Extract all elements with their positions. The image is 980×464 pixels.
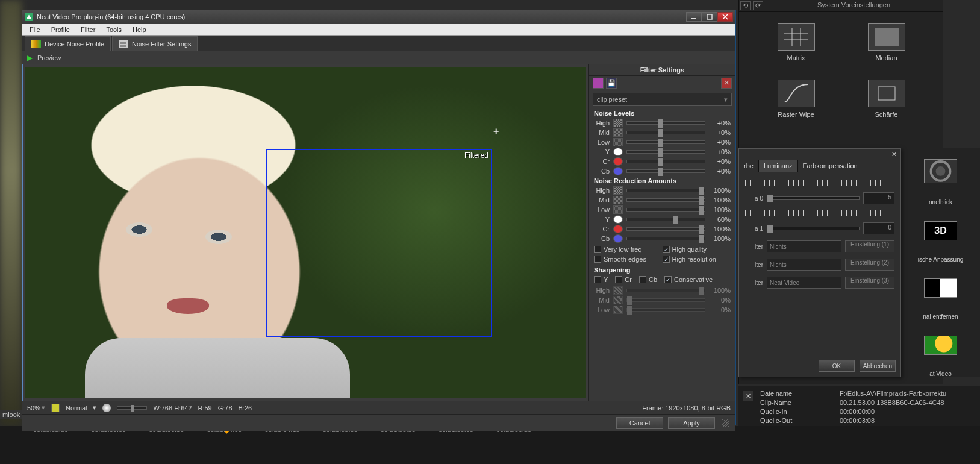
filter-label: lter bbox=[745, 243, 763, 250]
slider[interactable] bbox=[626, 160, 705, 163]
effect-thumb bbox=[868, 23, 905, 51]
slider-value: 100% bbox=[709, 187, 731, 194]
view-mode[interactable]: Normal bbox=[66, 404, 87, 412]
sharpen-cb-checkbox[interactable]: Cb bbox=[639, 276, 657, 283]
mode-swatch[interactable] bbox=[51, 404, 60, 412]
slider[interactable] bbox=[626, 169, 705, 173]
menu-profile[interactable]: Profile bbox=[46, 25, 75, 34]
gamma1-slider[interactable] bbox=[767, 227, 860, 230]
filter-combo[interactable]: Nichts bbox=[767, 240, 841, 252]
preview-button[interactable]: Preview bbox=[37, 54, 61, 61]
gamma0-slider[interactable] bbox=[767, 196, 860, 200]
preview-viewport[interactable]: Filtered + bbox=[25, 67, 586, 398]
filter-settings-button[interactable]: Einstellung (1) bbox=[845, 240, 894, 252]
effect-thumb[interactable] bbox=[924, 336, 957, 355]
close-icon[interactable]: ✕ bbox=[890, 150, 898, 158]
checkbox-label: Y bbox=[604, 276, 608, 283]
tab-luminanz[interactable]: Luminanz bbox=[759, 160, 798, 172]
slider-row: High100% bbox=[589, 186, 735, 195]
slider-value: +0% bbox=[709, 119, 731, 127]
slider[interactable] bbox=[626, 237, 705, 240]
maximize-button[interactable] bbox=[702, 12, 717, 22]
effect-cell[interactable]: Median bbox=[844, 23, 929, 61]
preset-dropdown[interactable]: clip preset bbox=[593, 93, 732, 106]
effect-label: Matrix bbox=[787, 54, 805, 61]
filter-settings-button[interactable]: Einstellung (2) bbox=[845, 259, 894, 271]
info-key: Quelle-Out bbox=[760, 417, 840, 426]
gamma1-value[interactable]: 0 bbox=[863, 222, 894, 234]
effect-thumb[interactable] bbox=[924, 278, 957, 298]
filter-combo[interactable]: Neat Video bbox=[767, 277, 841, 289]
slider[interactable] bbox=[626, 218, 705, 221]
titlebar[interactable]: Neat Video Pro plug-in (64-bit; using 4 … bbox=[22, 10, 735, 24]
selection-rectangle[interactable]: Filtered bbox=[266, 149, 492, 337]
tab-rbe[interactable]: rbe bbox=[739, 160, 759, 172]
preset-open-icon[interactable] bbox=[593, 78, 604, 89]
close-button[interactable] bbox=[717, 12, 733, 22]
menu-tools[interactable]: Tools bbox=[101, 25, 126, 34]
high-resolution-checkbox[interactable]: High resolution bbox=[663, 256, 731, 263]
slider[interactable] bbox=[626, 189, 705, 192]
slider[interactable] bbox=[626, 150, 705, 154]
play-icon[interactable]: ▶ bbox=[27, 54, 33, 62]
apply-button[interactable]: Apply bbox=[668, 417, 715, 429]
effect-thumb[interactable]: 3D bbox=[924, 221, 957, 240]
timeline[interactable]: 00:21:52.2000:21:53.0000:21:53:1500:21:5… bbox=[0, 426, 980, 464]
channel-swatch bbox=[613, 148, 623, 156]
slider-value: 100% bbox=[709, 235, 731, 242]
slider[interactable] bbox=[626, 298, 705, 302]
slider[interactable] bbox=[626, 121, 705, 125]
neat-video-window: Neat Video Pro plug-in (64-bit; using 4 … bbox=[22, 10, 736, 425]
very-low-freq-checkbox[interactable]: Very low freq bbox=[594, 246, 663, 253]
effect-cell[interactable]: Raster Wipe bbox=[754, 80, 838, 118]
effect-thumb[interactable] bbox=[924, 159, 957, 183]
tab-farbkompensation[interactable]: Farbkompensation bbox=[798, 160, 863, 172]
brightness-icon[interactable] bbox=[102, 404, 111, 412]
slider[interactable] bbox=[626, 308, 705, 312]
zoom-value: 50% bbox=[27, 404, 40, 412]
preset-save-icon[interactable]: 💾 bbox=[606, 78, 617, 89]
playhead-marker[interactable] bbox=[226, 428, 226, 447]
high-quality-checkbox[interactable]: High quality bbox=[663, 246, 731, 253]
slider[interactable] bbox=[626, 227, 705, 231]
checkbox-label: High resolution bbox=[672, 256, 716, 263]
menu-file[interactable]: File bbox=[25, 25, 45, 34]
undo-icon[interactable]: ⟲ bbox=[740, 1, 751, 10]
filter-settings-button[interactable]: Einstellung (3) bbox=[845, 277, 894, 289]
tab-device-noise-profile[interactable]: Device Noise Profile bbox=[25, 36, 111, 51]
menu-help[interactable]: Help bbox=[128, 25, 151, 34]
noise-levels-header: Noise Levels bbox=[589, 108, 735, 118]
slider[interactable] bbox=[626, 140, 705, 144]
bg-left-label: mlook bbox=[0, 410, 22, 419]
zoom-control[interactable]: 50%▾ bbox=[27, 404, 45, 412]
sharpen-conservative-checkbox[interactable]: Conservative bbox=[664, 276, 713, 283]
slider-row: High+0% bbox=[589, 118, 735, 128]
sharpen-cr-checkbox[interactable]: Cr bbox=[615, 276, 632, 283]
slider[interactable] bbox=[626, 131, 705, 134]
ok-button[interactable]: OK bbox=[819, 360, 855, 372]
smooth-edges-checkbox[interactable]: Smooth edges bbox=[594, 256, 663, 263]
slider-row: Cb+0% bbox=[589, 166, 735, 176]
cancel-button[interactable]: Cancel bbox=[616, 417, 663, 429]
effect-cell[interactable]: Schärfe bbox=[844, 80, 929, 118]
tab-noise-filter-settings[interactable]: Noise Filter Settings bbox=[112, 36, 198, 51]
redo-icon[interactable]: ⟳ bbox=[753, 1, 763, 10]
filter-combo[interactable]: Nichts bbox=[767, 259, 841, 271]
image-content bbox=[167, 298, 209, 314]
resize-grip[interactable] bbox=[722, 419, 729, 427]
brightness-slider[interactable] bbox=[117, 406, 147, 410]
menu-filter[interactable]: Filter bbox=[76, 25, 100, 34]
cancel-button[interactable]: Abbrechen bbox=[860, 360, 896, 372]
effect-cell[interactable]: Matrix bbox=[754, 23, 838, 61]
gamma0-value[interactable]: 5 bbox=[863, 192, 894, 204]
sharpen-y-checkbox[interactable]: Y bbox=[594, 276, 608, 283]
slider-label: High bbox=[594, 187, 610, 194]
slider[interactable] bbox=[626, 198, 705, 202]
close-icon[interactable]: ✕ bbox=[743, 391, 753, 401]
minimize-button[interactable] bbox=[686, 12, 702, 22]
slider[interactable] bbox=[626, 208, 705, 212]
slider-row: Cr+0% bbox=[589, 157, 735, 166]
preset-delete-icon[interactable]: ✕ bbox=[721, 78, 732, 89]
slider[interactable] bbox=[626, 289, 705, 292]
filter-label: lter bbox=[745, 280, 763, 286]
